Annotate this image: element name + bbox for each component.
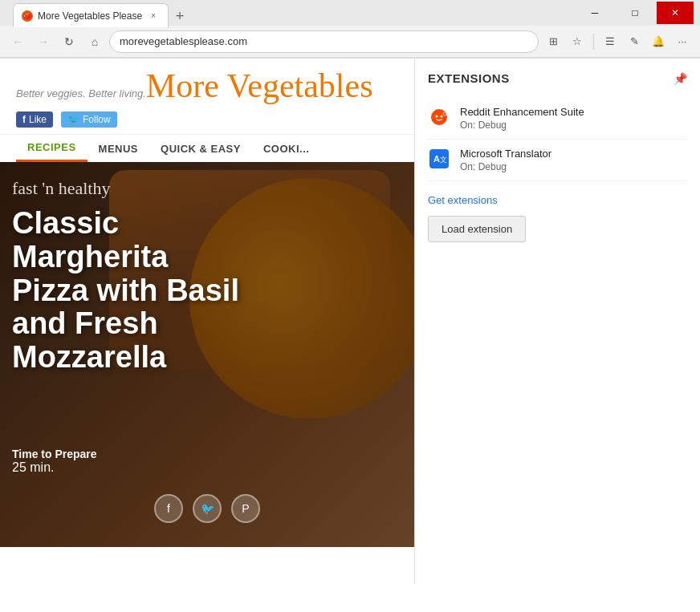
prep-time-label: Time to Prepare xyxy=(12,448,97,460)
tab-close-button[interactable]: × xyxy=(147,10,160,22)
twitter-label: Follow xyxy=(83,114,111,125)
extensions-title: EXTENSIONS xyxy=(428,71,510,85)
site-tagline: Better veggies. Better living. xyxy=(16,87,146,99)
bell-button[interactable]: 🔔 xyxy=(647,30,669,53)
extension-item-translator: A 文 Microsoft Translator On: Debug xyxy=(428,140,687,181)
nav-item-menus[interactable]: MENUS xyxy=(88,136,149,161)
extensions-pin-icon[interactable]: 📌 xyxy=(674,72,687,85)
tab-favicon: 🍅 xyxy=(22,10,33,22)
tab-bar: 🍅 More Vegetables Please × + xyxy=(6,0,573,27)
hero-pinterest-icon[interactable]: P xyxy=(231,494,260,523)
home-button[interactable]: ⌂ xyxy=(83,30,106,53)
website-content: Better veggies. Better living. More Vege… xyxy=(0,59,414,584)
translator-extension-status: On: Debug xyxy=(460,161,687,172)
maximize-button[interactable]: □ xyxy=(617,2,653,24)
new-tab-button[interactable]: + xyxy=(169,5,191,27)
back-button[interactable]: ← xyxy=(6,30,29,53)
site-nav-menu: RECIPES MENUS QUICK & EASY COOKI... xyxy=(0,135,414,162)
address-bar-row: ← → ↻ ⌂ morevegetablesplease.com ⊞ ☆ ☰ ✎… xyxy=(0,26,700,58)
more-button[interactable]: ··· xyxy=(671,30,694,53)
site-logo: More Vegetables xyxy=(146,67,373,105)
close-button[interactable]: ✕ xyxy=(657,2,694,24)
fb-label: Like xyxy=(29,114,47,125)
minimize-button[interactable]: ─ xyxy=(576,2,613,24)
favorites-button[interactable]: ☆ xyxy=(566,30,588,53)
prep-time-value: 25 min. xyxy=(12,460,97,475)
reddit-extension-status: On: Debug xyxy=(460,120,687,131)
facebook-like-button[interactable]: f Like xyxy=(16,111,53,128)
divider xyxy=(593,34,594,50)
twitter-icon: 🐦 xyxy=(67,114,79,125)
reddit-extension-icon xyxy=(428,106,450,128)
nav-item-quick-easy[interactable]: QUICK & EASY xyxy=(149,136,252,161)
hero-social-icons: f 🐦 P xyxy=(154,494,260,523)
svg-point-1 xyxy=(436,116,438,118)
content-area: Better veggies. Better living. More Vege… xyxy=(0,59,700,584)
hero-subtitle: fast 'n healthy xyxy=(12,178,245,199)
tab-title: More Vegetables Please xyxy=(38,10,142,22)
reading-view-button[interactable]: ⊞ xyxy=(542,30,564,53)
refresh-button[interactable]: ↻ xyxy=(58,30,80,53)
load-extension-button[interactable]: Load extension xyxy=(428,216,526,242)
active-tab[interactable]: 🍅 More Vegetables Please × xyxy=(13,3,169,27)
get-extensions-link[interactable]: Get extensions xyxy=(428,194,687,206)
svg-text:A: A xyxy=(433,154,440,164)
hero-text: fast 'n healthy Classic Margherita Pizza… xyxy=(12,178,245,375)
address-text: morevegetablesplease.com xyxy=(120,35,247,47)
twitter-follow-button[interactable]: 🐦 Follow xyxy=(61,111,117,128)
svg-point-3 xyxy=(443,112,446,116)
svg-point-0 xyxy=(431,109,447,125)
extensions-header: EXTENSIONS 📌 xyxy=(428,71,687,85)
hero-facebook-icon[interactable]: f xyxy=(154,494,183,523)
svg-point-2 xyxy=(441,116,443,118)
pen-button[interactable]: ✎ xyxy=(623,30,645,53)
hero-section: fast 'n healthy Classic Margherita Pizza… xyxy=(0,162,414,547)
hero-twitter-icon[interactable]: 🐦 xyxy=(193,494,222,523)
translator-extension-icon: A 文 xyxy=(428,148,450,170)
browser-chrome: 🍅 More Vegetables Please × + ─ □ ✕ ← → ↻… xyxy=(0,0,700,59)
svg-text:文: 文 xyxy=(440,156,447,164)
social-nav-bar: f Like 🐦 Follow xyxy=(0,105,414,135)
toolbar-right: ⊞ ☆ ☰ ✎ 🔔 ··· xyxy=(542,30,694,53)
forward-button[interactable]: → xyxy=(32,30,55,53)
site-header: Better veggies. Better living. More Vege… xyxy=(0,59,414,105)
nav-item-cooking[interactable]: COOKI... xyxy=(252,136,320,161)
nav-item-recipes[interactable]: RECIPES xyxy=(16,135,88,162)
hub-button[interactable]: ☰ xyxy=(599,30,621,53)
translator-extension-name: Microsoft Translator xyxy=(460,148,687,160)
reddit-extension-info: Reddit Enhancement Suite On: Debug xyxy=(460,106,687,131)
extensions-panel: EXTENSIONS 📌 Reddit Enhancement Suite On… xyxy=(414,59,700,584)
address-bar[interactable]: morevegetablesplease.com xyxy=(109,30,539,53)
fb-icon: f xyxy=(22,114,26,125)
hero-bottom: Time to Prepare 25 min. xyxy=(12,448,97,475)
hero-title: Classic Margherita Pizza with Basil and … xyxy=(12,207,245,375)
extension-item-reddit: Reddit Enhancement Suite On: Debug xyxy=(428,98,687,140)
translator-extension-info: Microsoft Translator On: Debug xyxy=(460,148,687,172)
reddit-extension-name: Reddit Enhancement Suite xyxy=(460,106,687,118)
title-bar: 🍅 More Vegetables Please × + ─ □ ✕ xyxy=(0,0,700,26)
